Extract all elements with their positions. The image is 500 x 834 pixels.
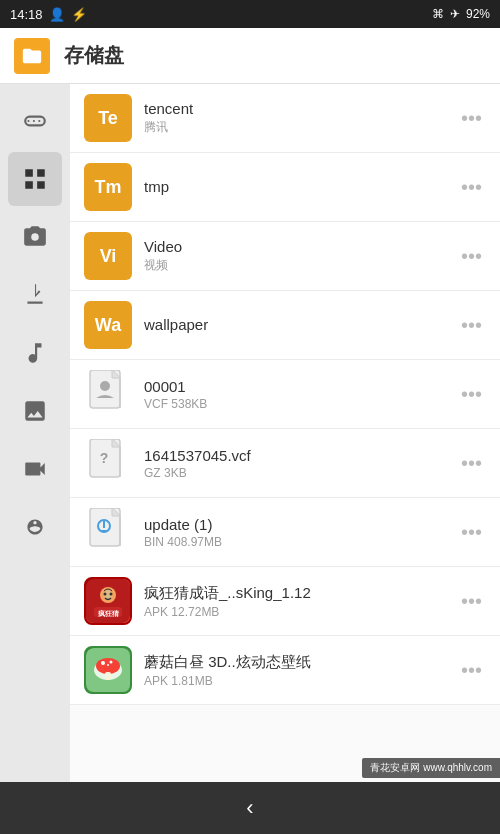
folder-icon-tencent: Te — [84, 94, 132, 142]
file-name: update (1) — [144, 516, 445, 533]
more-button[interactable]: ••• — [457, 245, 486, 268]
file-name: Video — [144, 238, 445, 255]
sidebar-item-apps[interactable] — [8, 152, 62, 206]
folder-icon-wallpaper: Wa — [84, 301, 132, 349]
sidebar-item-camera[interactable] — [8, 210, 62, 264]
file-name: 蘑菇白昼 3D..炫动态壁纸 — [144, 653, 445, 672]
file-name: tmp — [144, 178, 445, 195]
file-meta: 腾讯 — [144, 119, 445, 136]
file-name: tencent — [144, 100, 445, 117]
file-info: 疯狂猜成语_..sKing_1.12 APK 12.72MB — [144, 584, 445, 619]
more-button[interactable]: ••• — [457, 314, 486, 337]
list-item[interactable]: Wa wallpaper ••• — [70, 291, 500, 360]
svg-point-18 — [110, 661, 113, 664]
status-left: 14:18 👤 ⚡ — [10, 7, 87, 22]
main-layout: Te tencent 腾讯 ••• Tm tmp ••• Vi — [0, 84, 500, 782]
file-info: tencent 腾讯 — [144, 100, 445, 136]
status-bar: 14:18 👤 ⚡ ⌘ ✈ 92% — [0, 0, 500, 28]
list-item[interactable]: 蘑菇白昼 3D..炫动态壁纸 APK 1.81MB ••• — [70, 636, 500, 705]
back-button[interactable]: ‹ — [222, 787, 277, 829]
watermark: 青花安卓网 www.qhhlv.com — [362, 758, 500, 778]
file-meta: BIN 408.97MB — [144, 535, 445, 549]
svg-point-1 — [100, 381, 110, 391]
file-name: 疯狂猜成语_..sKing_1.12 — [144, 584, 445, 603]
list-item[interactable]: Vi Video 视频 ••• — [70, 222, 500, 291]
file-meta: APK 12.72MB — [144, 605, 445, 619]
gz-icon: ? — [84, 439, 132, 487]
file-name: wallpaper — [144, 316, 445, 333]
file-meta: 视频 — [144, 257, 445, 274]
file-info: update (1) BIN 408.97MB — [144, 516, 445, 549]
more-button[interactable]: ••• — [457, 659, 486, 682]
app-icon-crazy-guess: 疯狂猜 — [84, 577, 132, 625]
list-item[interactable]: Te tencent 腾讯 ••• — [70, 84, 500, 153]
bin-icon — [84, 508, 132, 556]
battery-level: 92% — [466, 7, 490, 21]
sidebar-item-video[interactable] — [8, 442, 62, 496]
list-item[interactable]: Tm tmp ••• — [70, 153, 500, 222]
file-name: 00001 — [144, 378, 445, 395]
list-item[interactable]: update (1) BIN 408.97MB ••• — [70, 498, 500, 567]
svg-point-10 — [104, 593, 107, 596]
file-info: 1641537045.vcf GZ 3KB — [144, 447, 445, 480]
sidebar-item-download[interactable] — [8, 268, 62, 322]
svg-text:?: ? — [100, 450, 109, 466]
folder-svg — [21, 45, 43, 67]
file-list: Te tencent 腾讯 ••• Tm tmp ••• Vi — [70, 84, 500, 782]
storage-icon — [14, 38, 50, 74]
header: 存储盘 — [0, 28, 500, 84]
svg-point-19 — [107, 664, 109, 666]
status-time: 14:18 — [10, 7, 43, 22]
more-button[interactable]: ••• — [457, 452, 486, 475]
more-button[interactable]: ••• — [457, 383, 486, 406]
list-item[interactable]: 00001 VCF 538KB ••• — [70, 360, 500, 429]
person-icon: 👤 — [49, 7, 65, 22]
list-item[interactable]: ? 1641537045.vcf GZ 3KB ••• — [70, 429, 500, 498]
folder-icon-tmp: Tm — [84, 163, 132, 211]
list-item[interactable]: 疯狂猜 疯狂猜成语_..sKing_1.12 APK 12.72MB ••• — [70, 567, 500, 636]
file-info: Video 视频 — [144, 238, 445, 274]
usb-icon: ⚡ — [71, 7, 87, 22]
file-meta: GZ 3KB — [144, 466, 445, 480]
bottom-nav: ‹ — [0, 782, 500, 834]
svg-point-17 — [101, 661, 105, 665]
sidebar-item-music[interactable] — [8, 326, 62, 380]
more-button[interactable]: ••• — [457, 176, 486, 199]
sidebar-item-images[interactable] — [8, 384, 62, 438]
more-button[interactable]: ••• — [457, 107, 486, 130]
file-name: 1641537045.vcf — [144, 447, 445, 464]
file-info: tmp — [144, 178, 445, 197]
svg-rect-20 — [105, 672, 111, 680]
file-meta: APK 1.81MB — [144, 674, 445, 688]
sidebar-item-network[interactable] — [8, 94, 62, 148]
file-meta: VCF 538KB — [144, 397, 445, 411]
airplane-icon: ✈ — [450, 7, 460, 21]
more-button[interactable]: ••• — [457, 521, 486, 544]
sidebar-item-other[interactable] — [8, 500, 62, 554]
vcf-icon — [84, 370, 132, 418]
svg-text:疯狂猜: 疯狂猜 — [97, 609, 120, 617]
page-title: 存储盘 — [64, 42, 124, 69]
sidebar — [0, 84, 70, 782]
more-button[interactable]: ••• — [457, 590, 486, 613]
app-icon-mushroom — [84, 646, 132, 694]
file-info: wallpaper — [144, 316, 445, 335]
wifi-icon: ⌘ — [432, 7, 444, 21]
file-info: 蘑菇白昼 3D..炫动态壁纸 APK 1.81MB — [144, 653, 445, 688]
status-right: ⌘ ✈ 92% — [432, 7, 490, 21]
folder-icon-video: Vi — [84, 232, 132, 280]
svg-point-11 — [110, 593, 113, 596]
file-info: 00001 VCF 538KB — [144, 378, 445, 411]
